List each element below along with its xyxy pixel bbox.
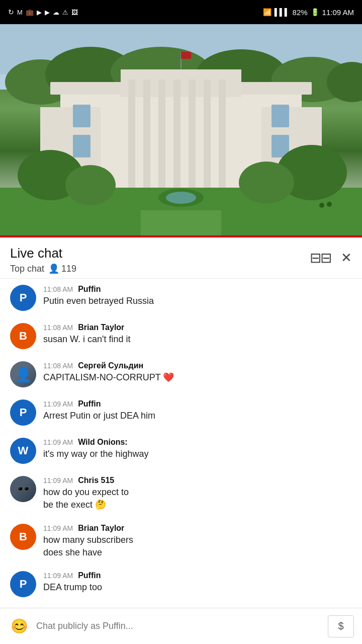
message-text: susan W. i can't find it bbox=[43, 334, 131, 344]
message-meta: 11:09 AM Puffin bbox=[43, 571, 352, 580]
message-content: 11:08 AM Brian Taylor susan W. i can't f… bbox=[43, 323, 352, 346]
avatar bbox=[10, 476, 36, 502]
message-content: 11:09 AM Puffin DEA trump too bbox=[43, 571, 352, 594]
message-time: 11:09 AM bbox=[43, 524, 73, 532]
hero-image bbox=[0, 24, 362, 235]
message-author: Puffin bbox=[78, 399, 101, 409]
status-icons-left: ↻ M 💼 ▶ ▶ ☁ ⚠ 🖼 bbox=[8, 8, 78, 16]
message-meta: 11:08 AM Puffin bbox=[43, 285, 352, 294]
svg-rect-25 bbox=[181, 52, 191, 59]
svg-rect-15 bbox=[189, 79, 196, 190]
avatar: P bbox=[10, 571, 36, 597]
svg-point-31 bbox=[65, 165, 116, 205]
battery-percent: 82% bbox=[293, 8, 308, 17]
message-content: 11:09 AM Brian Taylor how many subscribe… bbox=[43, 524, 352, 559]
message-time: 11:08 AM bbox=[43, 324, 73, 332]
svg-rect-33 bbox=[141, 210, 221, 235]
message-text: Arrest Putin or just DEA him bbox=[43, 411, 155, 421]
chat-message: W 11:09 AM Wild Onions: it's my way or t… bbox=[0, 432, 362, 470]
chat-messages-list: P 11:08 AM Puffin Putin even betrayed Ru… bbox=[0, 279, 362, 603]
message-meta: 11:09 AM Brian Taylor bbox=[43, 524, 352, 533]
svg-point-35 bbox=[327, 202, 332, 207]
avatar: B bbox=[10, 323, 36, 349]
clock: 11:09 AM bbox=[322, 8, 354, 17]
chat-header: Live chat Top chat 👤 119 ⊟⊟ ✕ bbox=[0, 237, 362, 279]
viewer-count-number: 119 bbox=[61, 264, 76, 274]
svg-rect-20 bbox=[73, 105, 90, 127]
message-author: Сергей Сульдин bbox=[78, 361, 143, 370]
m-icon: M bbox=[17, 9, 23, 16]
message-author: Brian Taylor bbox=[78, 323, 124, 332]
svg-point-34 bbox=[319, 203, 324, 208]
chat-message: B 11:08 AM Brian Taylor susan W. i can't… bbox=[0, 317, 362, 355]
svg-point-32 bbox=[239, 162, 294, 204]
top-chat-label[interactable]: Top chat bbox=[10, 264, 44, 274]
person-icon: 👤 bbox=[48, 263, 59, 274]
message-author: Puffin bbox=[78, 571, 101, 580]
message-author: Wild Onions: bbox=[78, 438, 128, 447]
briefcase-icon: 💼 bbox=[26, 9, 34, 16]
avatar: P bbox=[10, 399, 36, 426]
message-time: 11:09 AM bbox=[43, 572, 73, 580]
message-content: 11:09 AM Chris 515 how do you expect tob… bbox=[43, 476, 352, 511]
message-text: CAPITALISM-NO-CORRUPT ❤️ bbox=[43, 372, 174, 382]
message-author: Chris 515 bbox=[78, 476, 114, 485]
svg-rect-17 bbox=[219, 79, 226, 190]
svg-rect-13 bbox=[158, 79, 165, 190]
message-content: 11:09 AM Wild Onions: it's my way or the… bbox=[43, 438, 352, 460]
message-time: 11:09 AM bbox=[43, 438, 73, 446]
status-info-right: 📶 ▌▌▌ 82% 🔋 11:09 AM bbox=[263, 8, 354, 17]
chat-message: P 11:08 AM Puffin Putin even betrayed Ru… bbox=[0, 279, 362, 317]
chat-message: P 11:09 AM Puffin DEA trump too bbox=[0, 565, 362, 603]
signal-icon: ▌▌▌ bbox=[275, 8, 290, 16]
refresh-icon: ↻ bbox=[8, 8, 14, 16]
play-icon: ▶ bbox=[37, 9, 42, 16]
avatar: B bbox=[10, 524, 36, 550]
message-meta: 11:09 AM Wild Onions: bbox=[43, 438, 352, 447]
battery-icon: 🔋 bbox=[311, 8, 319, 16]
cloud-icon: ☁ bbox=[53, 9, 59, 16]
svg-rect-11 bbox=[128, 79, 135, 190]
viewer-count-container: 👤 119 bbox=[48, 263, 76, 274]
message-time: 11:09 AM bbox=[43, 476, 73, 485]
svg-rect-12 bbox=[143, 79, 150, 190]
chat-input-bar: 😊 $ bbox=[0, 608, 362, 644]
avatar: P bbox=[10, 285, 36, 311]
chat-message: 11:08 AM Сергей Сульдин CAPITALISM-NO-CO… bbox=[0, 355, 362, 393]
svg-rect-21 bbox=[73, 135, 90, 157]
status-bar: ↻ M 💼 ▶ ▶ ☁ ⚠ 🖼 📶 ▌▌▌ 82% 🔋 11:09 AM bbox=[0, 0, 362, 24]
chat-input-field[interactable] bbox=[36, 615, 322, 637]
chat-message: P 11:09 AM Puffin Arrest Putin or just D… bbox=[0, 393, 362, 432]
avatar bbox=[10, 361, 36, 387]
message-text: Putin even betrayed Russia bbox=[43, 296, 154, 306]
message-author: Brian Taylor bbox=[78, 524, 124, 533]
close-icon[interactable]: ✕ bbox=[341, 250, 352, 266]
message-meta: 11:08 AM Brian Taylor bbox=[43, 323, 352, 332]
message-content: 11:09 AM Puffin Arrest Putin or just DEA… bbox=[43, 399, 352, 422]
message-text: how many subscribersdoes she have bbox=[43, 535, 133, 557]
message-meta: 11:09 AM Puffin bbox=[43, 399, 352, 409]
message-author: Puffin bbox=[78, 285, 101, 294]
avatar: W bbox=[10, 438, 36, 464]
filter-icon[interactable]: ⊟⊟ bbox=[310, 250, 331, 266]
svg-point-28 bbox=[166, 192, 196, 204]
emoji-button[interactable]: 😊 bbox=[8, 615, 30, 637]
send-icon: $ bbox=[338, 620, 343, 632]
message-text: it's my way or the highway bbox=[43, 449, 149, 459]
send-button[interactable]: $ bbox=[328, 615, 354, 637]
svg-rect-14 bbox=[173, 79, 180, 190]
live-chat-title: Live chat bbox=[10, 246, 76, 261]
message-text: DEA trump too bbox=[43, 582, 102, 592]
message-meta: 11:08 AM Сергей Сульдин bbox=[43, 361, 352, 370]
message-meta: 11:09 AM Chris 515 bbox=[43, 476, 352, 485]
chat-subtitle: Top chat 👤 119 bbox=[10, 263, 76, 274]
youtube-icon: ▶ bbox=[45, 9, 50, 16]
message-time: 11:09 AM bbox=[43, 400, 73, 408]
message-time: 11:08 AM bbox=[43, 285, 73, 293]
svg-rect-16 bbox=[204, 79, 211, 190]
chat-message: B 11:09 AM Brian Taylor how many subscri… bbox=[0, 518, 362, 565]
image-icon: 🖼 bbox=[71, 9, 78, 16]
message-content: 11:08 AM Сергей Сульдин CAPITALISM-NO-CO… bbox=[43, 361, 352, 384]
message-text: how do you expect tobe the exect 🤔 bbox=[43, 487, 129, 510]
warning-icon: ⚠ bbox=[62, 9, 68, 16]
